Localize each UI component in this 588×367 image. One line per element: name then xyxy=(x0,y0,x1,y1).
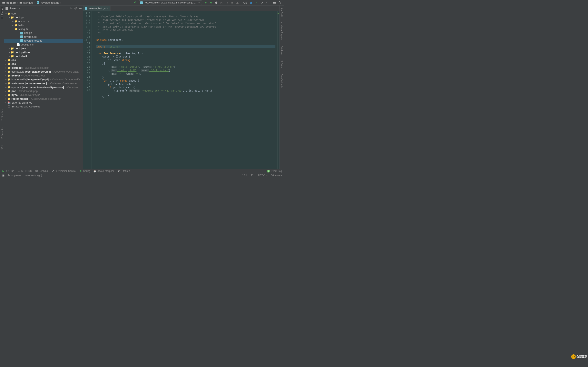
tree-node-ecs[interactable]: 📁ecs xyxy=(4,62,83,66)
breadcrumbs[interactable]: cool.go stringutil G reverse_test.go xyxy=(1,1,62,4)
module-icon: 📁 xyxy=(11,16,14,19)
coverage-icon[interactable] xyxy=(215,1,218,4)
scratch-icon: 🗒 xyxy=(7,105,11,108)
tree-node-openapi[interactable]: 📁openapi [ecs-openapi-service-aliyun-com… xyxy=(4,85,83,89)
go-test-icon xyxy=(140,1,143,4)
tab-label: reverse_test.go xyxy=(89,7,105,10)
tw-terminal[interactable]: ⌨Terminal xyxy=(35,169,48,173)
folder-open-icon[interactable] xyxy=(273,1,276,4)
editor-tab[interactable]: reverse_test.go × xyxy=(83,6,111,11)
tree-node-coolpython[interactable]: 📁cool.python xyxy=(4,50,83,54)
svg-rect-2 xyxy=(140,1,143,4)
gear-icon[interactable] xyxy=(74,7,77,10)
ok-indicator-icon: ✔ xyxy=(277,12,279,15)
tree-node-cloudinit[interactable]: 📁cloudinit~/Code/work/cloudinit xyxy=(4,66,83,70)
tab-structure[interactable]: 7: Structure xyxy=(1,108,3,122)
left-tool-stripe: 1: Project 7: Structure 2: Favorites Web xyxy=(0,6,4,169)
tree-node-regionmaster[interactable]: 📁regionmaster~/Code/work/regionmaster xyxy=(4,97,83,101)
tab-project[interactable]: 1: Project xyxy=(1,7,3,18)
tree-node-hello[interactable]: 📁hello xyxy=(4,23,83,27)
crumb-file[interactable]: G reverse_test.go xyxy=(36,1,59,4)
tab-sciview[interactable]: SciView xyxy=(281,59,283,69)
code-editor[interactable]: 1 2 3 4 5 6 7 8 9 ▸ 10 11 12 13 ▸ 14 15 … xyxy=(83,11,279,169)
tw-spring[interactable]: ✿Spring xyxy=(79,169,90,173)
chevron-icon xyxy=(34,1,36,4)
caret-position[interactable]: 12:1 xyxy=(242,174,247,177)
stop-icon[interactable]: ■ xyxy=(231,1,234,4)
tab-ant[interactable]: Ant Build xyxy=(281,7,283,18)
tab-web[interactable]: Web xyxy=(1,143,3,150)
run-icon[interactable] xyxy=(204,1,207,4)
iml-icon: 📄 xyxy=(17,43,20,46)
editor-area: reverse_test.go × 1 2 3 4 5 6 7 8 9 ▸ 10… xyxy=(83,6,279,169)
svg-text:G: G xyxy=(37,2,39,4)
git-history-icon[interactable]: ↺ xyxy=(260,1,263,4)
tree-node-scratches[interactable]: 🗒Scratches and Consoles xyxy=(4,105,83,108)
tree-node-reversego[interactable]: reverse.go xyxy=(4,35,83,39)
line-separator[interactable]: LF ⌄ xyxy=(250,174,255,177)
tab-favorites[interactable]: 2: Favorites xyxy=(1,125,3,140)
tw-javaee[interactable]: ☕Java Enterprise xyxy=(93,169,114,173)
module-icon: 📁 xyxy=(11,47,14,50)
tw-event-log[interactable]: 2Event Log xyxy=(267,170,282,173)
tree-node-docgo[interactable]: doc.go xyxy=(4,31,83,35)
hammer-icon[interactable] xyxy=(133,1,137,4)
hide-icon[interactable]: — xyxy=(79,7,82,10)
git-label: Git: xyxy=(243,1,247,4)
git-revert-icon[interactable]: ↶ xyxy=(265,1,269,4)
tree-node-ebs[interactable]: 📁ebs xyxy=(4,58,83,62)
run-config-selector[interactable]: TestReverse in gitlab.alibaba-inc.com/co… xyxy=(139,0,202,5)
tab-database[interactable]: Database xyxy=(281,44,283,56)
tree-node-imageverify[interactable]: 📁image.verify [image-verify-api]~/Code/w… xyxy=(4,77,83,81)
error-stripe[interactable]: ✔ xyxy=(277,11,279,169)
git-commit-icon[interactable]: ✓ xyxy=(255,1,258,4)
close-icon[interactable]: × xyxy=(107,7,109,10)
project-tree[interactable]: 📁cool 📁cool.go 📁ecsproxy 📁hello 📁stringu… xyxy=(4,11,83,169)
tw-run[interactable]: ▶4: 4: RunRun xyxy=(2,169,14,173)
tw-todo[interactable]: ☰6: TODO xyxy=(17,169,32,173)
go-file-icon: G xyxy=(36,1,40,4)
encoding[interactable]: UTF-8 ⌄ xyxy=(258,174,268,177)
tree-node-cooljava[interactable]: 📁cool.java xyxy=(4,47,83,50)
tree-node-pop[interactable]: 📁pop~/Code/work/pop xyxy=(4,89,83,93)
tree-node-ecsproxy[interactable]: 📁ecsproxy xyxy=(4,19,83,23)
run-config-label: TestReverse in gitlab.alibaba-inc.com/co… xyxy=(144,1,196,4)
tree-node-reversetestgo[interactable]: reverse_test.go xyxy=(4,39,83,43)
tab-bean[interactable]: Bean Validation xyxy=(281,72,283,90)
code-content[interactable]: /* * Copyright 2018 Aliyun.com All right… xyxy=(94,11,277,169)
tree-node-metaserver[interactable]: 📁metaserver [ecs-metaserver]~/Code/work/… xyxy=(4,81,83,85)
tree-node-cool[interactable]: 📁cool xyxy=(4,12,83,16)
tree-node-ecsbazaar[interactable]: 📁ecs-bazaar [ecs-bazaar-service]~/Code/w… xyxy=(4,70,83,74)
debug-icon[interactable] xyxy=(209,1,213,4)
attach-icon[interactable]: ⇥ xyxy=(225,1,228,4)
separator xyxy=(271,1,271,4)
profile-icon[interactable]: ◔ xyxy=(220,1,223,4)
tw-statistic[interactable]: ◐Statistic xyxy=(117,169,130,173)
project-title: Project xyxy=(10,7,17,10)
tool-window-bar: ▶4: 4: RunRun ☰6: TODO ⌨Terminal ⎇9: Ver… xyxy=(0,169,284,173)
tree-node-stringutil[interactable]: 📁stringutil xyxy=(4,27,83,31)
tree-node-pync[interactable]: 📁pync~/Code/work/pync xyxy=(4,93,83,97)
git-pull-icon[interactable] xyxy=(250,1,253,4)
terminal-icon: ⌨ xyxy=(35,169,38,173)
fold-column[interactable] xyxy=(91,11,94,169)
tw-vcs[interactable]: ⎇9: Version Control xyxy=(51,169,76,173)
tree-node-coolshell[interactable]: 📁cool.shell xyxy=(4,54,83,58)
library-icon: 📚 xyxy=(7,101,11,104)
crumb-root[interactable]: cool.go xyxy=(2,1,16,4)
tree-node-ectest[interactable]: 📁EcTest~/Code/work/EcTest xyxy=(4,74,83,77)
go-file-icon xyxy=(20,39,23,42)
tree-node-external-libs[interactable]: 📚External Libraries xyxy=(4,101,83,105)
tab-maven[interactable]: m Maven Projects xyxy=(281,21,283,42)
go-file-icon xyxy=(20,35,23,39)
search-icon[interactable] xyxy=(278,1,282,4)
go-file-icon xyxy=(85,7,87,9)
exit-icon[interactable]: ⏏ xyxy=(236,1,239,4)
collapse-icon[interactable]: ⇆ xyxy=(70,7,73,10)
project-panel: Project ▾ ⇆ — 📁cool 📁cool.go 📁ecsproxy 📁… xyxy=(4,6,83,169)
tree-node-coolgo[interactable]: 📁cool.go xyxy=(4,16,83,19)
tree-node-iml[interactable]: 📄cool.go.iml xyxy=(4,43,83,47)
tool-windows-icon[interactable]: ▣ xyxy=(2,174,5,177)
crumb-folder[interactable]: stringutil xyxy=(19,1,33,4)
git-branch[interactable]: Git: maste xyxy=(271,174,282,177)
